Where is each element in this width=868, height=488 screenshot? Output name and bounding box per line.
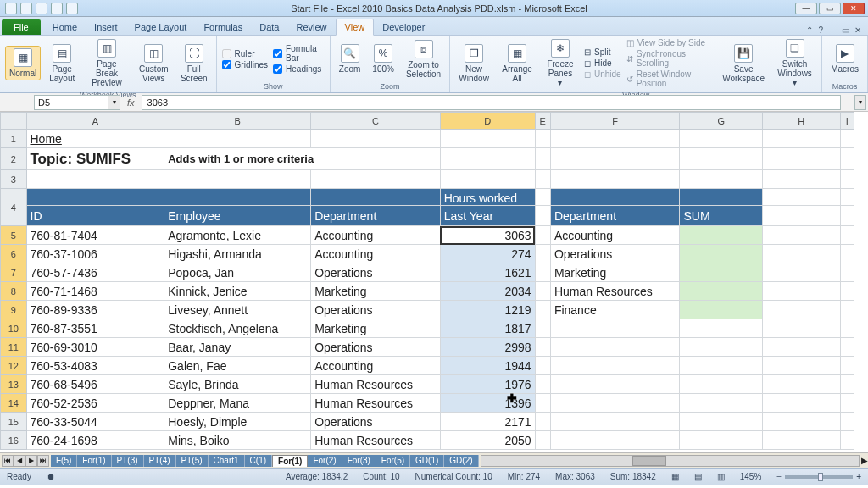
row-14[interactable]: 14 <box>1 394 27 413</box>
col-F[interactable]: F <box>550 113 680 130</box>
headings-checkbox[interactable]: Headings <box>273 64 325 74</box>
worksheet[interactable]: A B C D E F G H I 1 Home 2 Topic: SUMIFS… <box>0 112 868 452</box>
row-13[interactable]: 13 <box>1 375 27 394</box>
sheet-tab[interactable]: For(3) <box>342 455 376 467</box>
col-H[interactable]: H <box>763 113 841 130</box>
tab-nav-next-icon[interactable]: ▶ <box>25 455 37 467</box>
new-window-button[interactable]: ❐New Window <box>455 42 492 85</box>
col-D[interactable]: D <box>440 113 535 130</box>
row-1[interactable]: 1 <box>1 130 27 148</box>
row-5[interactable]: 5 <box>1 226 27 245</box>
name-box[interactable]: D5 <box>34 95 108 110</box>
fx-icon[interactable]: fx <box>120 97 142 108</box>
sheet-tab[interactable]: C(1) <box>245 455 272 467</box>
tab-data[interactable]: Data <box>251 19 287 35</box>
split-button[interactable]: ⊟Split <box>584 47 621 57</box>
save-workspace-button[interactable]: 💾Save Workspace <box>719 42 768 85</box>
normal-view-button[interactable]: ▦Normal <box>5 46 41 80</box>
sheet-tab[interactable]: For(1) <box>272 455 308 467</box>
macros-button[interactable]: ▶Macros <box>827 42 862 75</box>
formula-input[interactable]: 3063 <box>142 95 841 110</box>
freeze-panes-button[interactable]: ❄Freeze Panes ▾ <box>542 37 579 89</box>
tab-insert[interactable]: Insert <box>86 19 126 35</box>
tab-developer[interactable]: Developer <box>374 19 433 35</box>
cell-F5[interactable]: Accounting <box>550 226 680 245</box>
sync-scroll-button[interactable]: ⇵Synchronous Scrolling <box>626 49 714 68</box>
sheet-tab[interactable]: GD(2) <box>444 455 478 467</box>
cell-F4[interactable]: Department <box>550 206 680 226</box>
sheet-tab[interactable]: For(5) <box>376 455 410 467</box>
sheet-tab[interactable]: PT(4) <box>144 455 176 467</box>
col-B[interactable]: B <box>164 113 311 130</box>
tab-home[interactable]: Home <box>44 19 86 35</box>
excel-icon[interactable] <box>5 3 17 14</box>
full-screen-button[interactable]: ⛶Full Screen <box>177 42 211 85</box>
tab-nav-last-icon[interactable]: ⏭ <box>37 455 49 467</box>
cell-A1[interactable]: Home <box>26 130 164 148</box>
redo-icon[interactable] <box>51 3 63 14</box>
select-all-corner[interactable] <box>1 113 27 130</box>
cell-A5[interactable]: 760-81-7404 <box>26 226 164 245</box>
save-icon[interactable] <box>20 3 32 14</box>
arrange-all-button[interactable]: ▦Arrange All <box>498 42 537 85</box>
row-4[interactable]: 4 <box>1 189 27 226</box>
maximize-button[interactable]: ▭ <box>819 3 841 14</box>
file-tab[interactable]: File <box>2 19 41 35</box>
col-A[interactable]: A <box>26 113 164 130</box>
workbook-restore-icon[interactable]: ▭ <box>842 25 849 35</box>
row-12[interactable]: 12 <box>1 357 27 375</box>
view-page-layout-icon[interactable]: ▤ <box>694 472 702 481</box>
formula-expand-icon[interactable]: ▾ <box>854 95 866 110</box>
ruler-checkbox[interactable]: Ruler <box>222 49 268 58</box>
formula-bar-checkbox[interactable]: Formula Bar <box>273 44 325 63</box>
tab-review[interactable]: Review <box>287 19 335 35</box>
tab-formulas[interactable]: Formulas <box>195 19 251 35</box>
workbook-close-icon[interactable]: ✕ <box>854 25 861 35</box>
sheet-tab[interactable]: For(2) <box>308 455 342 467</box>
zoom-slider[interactable] <box>785 475 853 479</box>
row-16[interactable]: 16 <box>1 431 27 450</box>
zoom-100-button[interactable]: %100% <box>369 42 398 75</box>
hide-button[interactable]: ◻Hide <box>584 58 621 68</box>
row-7[interactable]: 7 <box>1 263 27 282</box>
row-8[interactable]: 8 <box>1 282 27 301</box>
col-G[interactable]: G <box>680 113 763 130</box>
sheet-tab[interactable]: Chart1 <box>209 455 245 467</box>
macro-record-icon[interactable]: ⏺ <box>47 472 55 481</box>
sheet-tab[interactable]: GD(1) <box>410 455 444 467</box>
cell-A4[interactable]: ID <box>26 206 164 226</box>
cell-C5[interactable]: Accounting <box>311 226 441 245</box>
custom-views-button[interactable]: ◫Custom Views <box>136 42 172 85</box>
qat-more-icon[interactable] <box>66 3 78 14</box>
sheet-tab[interactable]: PT(3) <box>112 455 144 467</box>
view-side-by-side-button[interactable]: ◫View Side by Side <box>626 38 714 47</box>
cell-G4[interactable]: SUM <box>680 206 763 226</box>
sheet-tab[interactable]: For(1) <box>77 455 111 467</box>
minimize-button[interactable]: — <box>795 3 817 14</box>
minimize-ribbon-icon[interactable]: ⌃ <box>806 25 813 35</box>
zoom-in-button[interactable]: + <box>856 472 861 481</box>
row-15[interactable]: 15 <box>1 413 27 431</box>
close-button[interactable]: ✕ <box>843 3 865 14</box>
col-E[interactable]: E <box>535 113 550 130</box>
scroll-right-icon[interactable]: ▶ <box>861 456 868 465</box>
page-break-preview-button[interactable]: ▥Page Break Preview <box>83 37 130 89</box>
undo-icon[interactable] <box>36 3 47 14</box>
row-6[interactable]: 6 <box>1 245 27 263</box>
col-I[interactable]: I <box>840 113 854 130</box>
sheet-tab[interactable]: F(5) <box>51 455 77 467</box>
cell-B2[interactable]: Adds with 1 or more criteria <box>164 148 440 170</box>
cell-A2[interactable]: Topic: SUMIFS <box>26 148 164 170</box>
row-9[interactable]: 9 <box>1 301 27 319</box>
workbook-minimize-icon[interactable]: — <box>828 25 837 35</box>
sheet-tab[interactable]: PT(5) <box>176 455 209 467</box>
tab-nav-first-icon[interactable]: ⏮ <box>2 455 14 467</box>
col-C[interactable]: C <box>311 113 441 130</box>
cell-C4[interactable]: Department <box>311 206 441 226</box>
zoom-button[interactable]: 🔍Zoom <box>336 42 364 75</box>
zoom-level[interactable]: 145% <box>740 472 762 481</box>
cell-G5[interactable] <box>680 226 763 245</box>
tab-page-layout[interactable]: Page Layout <box>126 19 196 35</box>
name-box-dropdown[interactable]: ▾ <box>108 95 120 110</box>
row-2[interactable]: 2 <box>1 148 27 170</box>
